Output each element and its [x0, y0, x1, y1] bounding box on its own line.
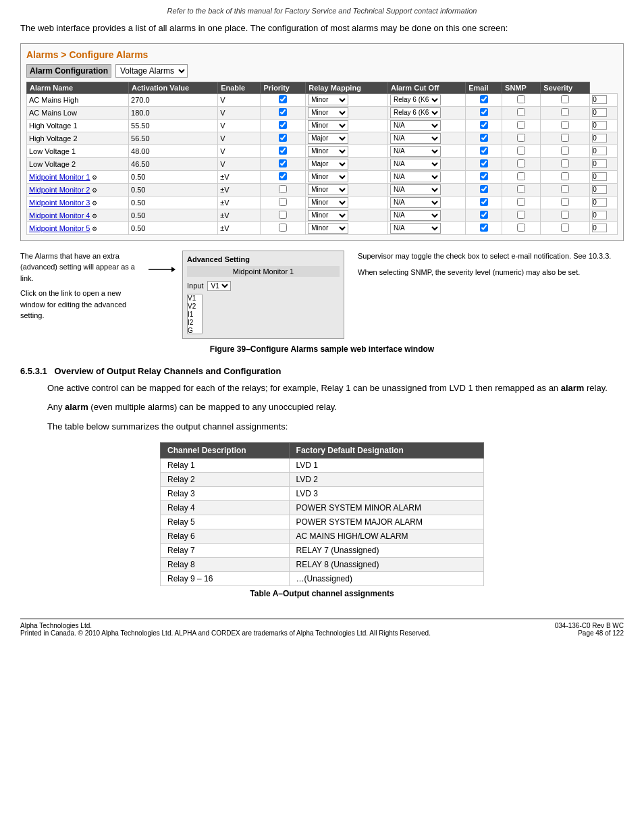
severity-input[interactable] [592, 198, 607, 207]
priority-cell[interactable]: MinorMajorCritical [306, 183, 388, 196]
priority-select[interactable]: MinorMajorCritical [308, 133, 348, 144]
priority-select[interactable]: MinorMajorCritical [308, 184, 348, 195]
relay-mapping-select[interactable]: N/ARelay 6 (K6)Relay 1Relay 2 [390, 159, 441, 170]
cutoff-cell[interactable] [466, 170, 502, 183]
severity-cell[interactable] [590, 209, 618, 221]
adv-input-select[interactable]: V1 [207, 281, 231, 291]
relay-mapping-select[interactable]: N/ARelay 6 (K6)Relay 1Relay 2 [390, 223, 441, 234]
cutoff-cell[interactable] [466, 93, 502, 106]
snmp-cell[interactable] [541, 145, 590, 157]
enable-cell[interactable] [261, 93, 306, 106]
enable-cell[interactable] [261, 106, 306, 119]
cutoff-cell[interactable] [466, 106, 502, 119]
snmp-checkbox[interactable] [561, 159, 569, 167]
relay-mapping-cell[interactable]: N/ARelay 6 (K6)Relay 1Relay 2 [387, 209, 465, 221]
snmp-checkbox[interactable] [561, 147, 569, 155]
enable-checkbox[interactable] [279, 198, 287, 206]
severity-cell[interactable] [590, 106, 618, 119]
cutoff-checkbox[interactable] [480, 172, 488, 180]
enable-cell[interactable] [261, 183, 306, 196]
enable-cell[interactable] [261, 209, 306, 221]
email-checkbox[interactable] [517, 121, 525, 129]
snmp-cell[interactable] [541, 196, 590, 209]
priority-cell[interactable]: MinorMajorCritical [306, 221, 388, 234]
enable-checkbox[interactable] [279, 211, 287, 219]
priority-cell[interactable]: MinorMajorCritical [306, 119, 388, 132]
priority-select[interactable]: MinorMajorCritical [308, 107, 348, 118]
severity-cell[interactable] [590, 119, 618, 132]
relay-mapping-cell[interactable]: N/ARelay 6 (K6)Relay 1Relay 2 [387, 145, 465, 157]
email-checkbox[interactable] [517, 198, 525, 206]
severity-cell[interactable] [590, 93, 618, 106]
severity-input[interactable] [592, 172, 607, 181]
snmp-checkbox[interactable] [561, 134, 569, 142]
priority-cell[interactable]: MinorMajorCritical [306, 170, 388, 183]
alarm-name-link[interactable]: Midpoint Monitor 2 [29, 186, 90, 194]
email-cell[interactable] [502, 106, 541, 119]
email-checkbox[interactable] [517, 211, 525, 219]
cutoff-checkbox[interactable] [480, 95, 488, 103]
enable-checkbox[interactable] [279, 121, 287, 129]
snmp-cell[interactable] [541, 157, 590, 170]
relay-mapping-select[interactable]: N/ARelay 6 (K6)Relay 1Relay 2 [390, 107, 441, 118]
enable-checkbox[interactable] [279, 108, 287, 116]
relay-mapping-select[interactable]: N/ARelay 6 (K6)Relay 1Relay 2 [390, 146, 441, 157]
severity-cell[interactable] [590, 183, 618, 196]
cutoff-cell[interactable] [466, 209, 502, 221]
priority-cell[interactable]: MinorMajorCritical [306, 132, 388, 145]
relay-mapping-cell[interactable]: N/ARelay 6 (K6)Relay 1Relay 2 [387, 132, 465, 145]
enable-checkbox[interactable] [279, 172, 287, 180]
relay-mapping-select[interactable]: N/ARelay 6 (K6)Relay 1Relay 2 [390, 172, 441, 182]
cutoff-checkbox[interactable] [480, 185, 488, 193]
cutoff-checkbox[interactable] [480, 121, 488, 129]
priority-select[interactable]: MinorMajorCritical [308, 120, 348, 131]
relay-mapping-cell[interactable]: N/ARelay 6 (K6)Relay 1Relay 2 [387, 119, 465, 132]
snmp-checkbox[interactable] [561, 172, 569, 180]
enable-checkbox[interactable] [279, 95, 287, 103]
email-cell[interactable] [502, 132, 541, 145]
cutoff-checkbox[interactable] [480, 159, 488, 167]
snmp-checkbox[interactable] [561, 211, 569, 219]
priority-select[interactable]: MinorMajorCritical [308, 223, 348, 234]
relay-mapping-select[interactable]: N/ARelay 6 (K6)Relay 1Relay 2 [390, 95, 441, 105]
enable-checkbox[interactable] [279, 134, 287, 142]
priority-cell[interactable]: MinorMajorCritical [306, 157, 388, 170]
relay-mapping-cell[interactable]: N/ARelay 6 (K6)Relay 1Relay 2 [387, 93, 465, 106]
enable-cell[interactable] [261, 221, 306, 234]
enable-cell[interactable] [261, 119, 306, 132]
relay-mapping-select[interactable]: N/ARelay 6 (K6)Relay 1Relay 2 [390, 210, 441, 221]
enable-checkbox[interactable] [279, 147, 287, 155]
severity-input[interactable] [592, 185, 607, 194]
snmp-checkbox[interactable] [561, 224, 569, 232]
cutoff-cell[interactable] [466, 119, 502, 132]
severity-cell[interactable] [590, 132, 618, 145]
snmp-cell[interactable] [541, 106, 590, 119]
email-cell[interactable] [502, 119, 541, 132]
alarm-config-select[interactable]: Voltage Alarms [115, 64, 188, 78]
enable-cell[interactable] [261, 196, 306, 209]
relay-mapping-cell[interactable]: N/ARelay 6 (K6)Relay 1Relay 2 [387, 196, 465, 209]
priority-cell[interactable]: MinorMajorCritical [306, 106, 388, 119]
enable-cell[interactable] [261, 132, 306, 145]
relay-mapping-select[interactable]: N/ARelay 6 (K6)Relay 1Relay 2 [390, 197, 441, 208]
enable-checkbox[interactable] [279, 159, 287, 167]
snmp-cell[interactable] [541, 209, 590, 221]
email-checkbox[interactable] [517, 159, 525, 167]
email-checkbox[interactable] [517, 172, 525, 180]
severity-cell[interactable] [590, 196, 618, 209]
alarm-name-link[interactable]: Midpoint Monitor 1 [29, 173, 90, 181]
enable-checkbox[interactable] [279, 185, 287, 193]
relay-mapping-select[interactable]: N/ARelay 6 (K6)Relay 1Relay 2 [390, 133, 441, 144]
snmp-checkbox[interactable] [561, 108, 569, 116]
cutoff-checkbox[interactable] [480, 108, 488, 116]
email-checkbox[interactable] [517, 134, 525, 142]
cutoff-cell[interactable] [466, 132, 502, 145]
email-checkbox[interactable] [517, 224, 525, 232]
severity-input[interactable] [592, 147, 607, 155]
email-cell[interactable] [502, 145, 541, 157]
priority-select[interactable]: MinorMajorCritical [308, 197, 348, 208]
severity-cell[interactable] [590, 145, 618, 157]
severity-input[interactable] [592, 211, 607, 219]
priority-select[interactable]: MinorMajorCritical [308, 159, 348, 170]
priority-cell[interactable]: MinorMajorCritical [306, 196, 388, 209]
